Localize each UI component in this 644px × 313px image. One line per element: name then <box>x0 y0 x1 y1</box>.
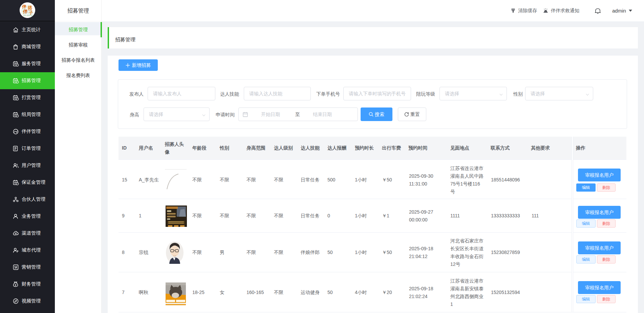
svg-text:伴: 伴 <box>23 9 28 14</box>
svg-text:搭: 搭 <box>27 5 33 11</box>
svg-text:子: 子 <box>28 10 33 15</box>
svg-text:伴: 伴 <box>22 4 26 9</box>
